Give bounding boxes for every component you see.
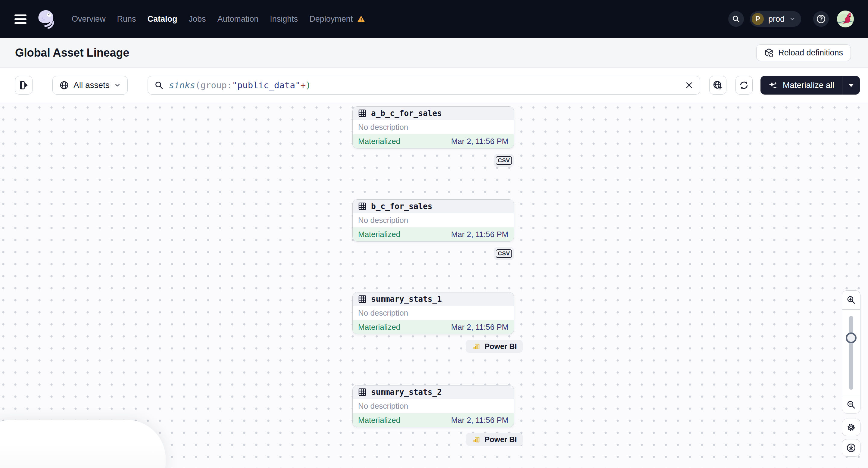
dagster-logo-icon[interactable] xyxy=(37,9,56,29)
asset-node[interactable]: summary_stats_2 No description Materiali… xyxy=(352,385,514,427)
cube-refresh-icon xyxy=(764,48,774,58)
materialize-all-button[interactable]: Materialize all xyxy=(761,76,842,95)
open-side-panel-button[interactable] xyxy=(15,76,33,95)
asset-status: Materialized xyxy=(358,137,400,146)
asset-node-header: b_c_for_sales xyxy=(353,200,514,213)
circle-download-icon xyxy=(846,443,856,453)
query-paren-open: ( xyxy=(195,80,200,90)
table-icon xyxy=(358,109,367,118)
asset-node-body: No description xyxy=(353,120,514,134)
deployment-name: prod xyxy=(768,14,784,24)
zoom-slider xyxy=(842,309,860,396)
question-mark-icon xyxy=(816,14,826,24)
search-icon xyxy=(732,15,740,23)
open-in-catalog-button[interactable] xyxy=(709,76,726,95)
table-icon xyxy=(358,295,367,303)
asset-description: No description xyxy=(358,216,408,225)
refresh-graph-button[interactable] xyxy=(736,76,753,95)
clear-query-button[interactable] xyxy=(685,81,693,89)
zoom-out-icon xyxy=(846,400,856,410)
download-image-button[interactable] xyxy=(842,439,861,457)
asset-node[interactable]: summary_stats_1 No description Materiali… xyxy=(352,292,514,334)
chevron-down-icon xyxy=(114,82,121,89)
asset-kind-badge: CSV xyxy=(494,247,514,260)
asset-name: b_c_for_sales xyxy=(371,202,433,211)
menu-icon[interactable] xyxy=(14,14,27,24)
help-button[interactable] xyxy=(813,11,829,27)
user-avatar[interactable] xyxy=(837,10,854,28)
zoom-in-button[interactable] xyxy=(842,291,860,309)
query-colon: : xyxy=(227,80,232,90)
query-function: sinks xyxy=(169,80,195,90)
asset-status: Materialized xyxy=(358,230,400,239)
asset-node-footer: Materialized Mar 2, 11:56 PM xyxy=(353,134,514,148)
asset-node[interactable]: a_b_c_for_sales No description Materiali… xyxy=(352,106,514,149)
warning-icon xyxy=(357,15,365,23)
asset-scope-label: All assets xyxy=(73,81,110,90)
lineage-graph-canvas[interactable]: a_b_c_for_sales No description Materiali… xyxy=(0,103,868,468)
asset-timestamp: Mar 2, 11:56 PM xyxy=(451,415,508,425)
asset-name: summary_stats_1 xyxy=(371,294,442,304)
zoom-slider-handle[interactable] xyxy=(846,333,857,343)
query-paren-close: ) xyxy=(306,80,311,90)
asset-kind-badge: Power BI xyxy=(466,340,523,353)
asset-node-group: b_c_for_sales No description Materialize… xyxy=(352,199,514,242)
asset-description: No description xyxy=(358,123,408,132)
asset-node-body: No description xyxy=(353,213,514,227)
asset-scope-dropdown[interactable]: All assets xyxy=(53,76,128,95)
nav-item-overview[interactable]: Overview xyxy=(72,14,106,24)
asset-description: No description xyxy=(358,401,408,411)
asset-node-header: summary_stats_1 xyxy=(353,292,514,306)
asset-node-group: summary_stats_1 No description Materiali… xyxy=(352,292,514,334)
nav-item-insights[interactable]: Insights xyxy=(270,14,298,24)
asset-node-footer: Materialized Mar 2, 11:56 PM xyxy=(353,227,514,241)
query-field: group xyxy=(200,80,227,90)
reload-definitions-label: Reload definitions xyxy=(778,48,843,58)
deployment-switcher[interactable]: P prod xyxy=(750,11,801,27)
page-title: Global Asset Lineage xyxy=(15,46,129,59)
table-icon xyxy=(358,388,367,396)
nav-item-automation[interactable]: Automation xyxy=(217,14,259,24)
asset-node-header: summary_stats_2 xyxy=(353,385,514,399)
zoom-in-icon xyxy=(846,295,856,305)
deployment-initial-badge: P xyxy=(752,13,764,25)
materialize-all-label: Materialize all xyxy=(783,81,834,90)
asset-name: a_b_c_for_sales xyxy=(371,109,442,118)
asset-node-footer: Materialized Mar 2, 11:56 PM xyxy=(353,413,514,427)
chevron-down-icon xyxy=(789,15,796,22)
asset-node-group: a_b_c_for_sales No description Materiali… xyxy=(352,106,514,149)
asset-selection-input[interactable]: sinks(group:"public_data"+) xyxy=(148,76,700,95)
reload-definitions-button[interactable]: Reload definitions xyxy=(756,44,851,61)
powerbi-icon xyxy=(472,342,481,351)
nav-item-runs[interactable]: Runs xyxy=(117,14,136,24)
page-header: Global Asset Lineage Reload definitions xyxy=(0,38,868,68)
asset-status: Materialized xyxy=(358,415,400,425)
zoom-slider-track[interactable] xyxy=(849,316,853,390)
asset-node-header: a_b_c_for_sales xyxy=(353,106,514,120)
globe-plus-icon xyxy=(713,80,723,90)
nav-item-catalog[interactable]: Catalog xyxy=(148,14,177,24)
asset-node-body: No description xyxy=(353,306,514,320)
materialize-options-button[interactable] xyxy=(842,76,860,95)
graph-settings-button[interactable] xyxy=(842,418,861,436)
asset-kind-badge: Power BI xyxy=(466,433,523,446)
asset-node-footer: Materialized Mar 2, 11:56 PM xyxy=(353,320,514,334)
asset-description: No description xyxy=(358,308,408,318)
asset-node[interactable]: b_c_for_sales No description Materialize… xyxy=(352,199,514,242)
powerbi-kind-label: Power BI xyxy=(485,435,517,444)
globe-icon xyxy=(59,81,69,90)
table-icon xyxy=(358,202,367,211)
nav-item-jobs[interactable]: Jobs xyxy=(189,14,206,24)
csv-kind-icon: CSV xyxy=(496,249,512,258)
sparkles-icon xyxy=(768,81,778,90)
top-navbar: Overview Runs Catalog Jobs Automation In… xyxy=(0,0,868,38)
nav-item-deployment[interactable]: Deployment xyxy=(309,14,365,24)
zoom-out-button[interactable] xyxy=(842,396,860,413)
triangle-down-icon xyxy=(848,84,854,87)
powerbi-icon xyxy=(472,435,481,444)
global-search-button[interactable] xyxy=(728,11,744,27)
refresh-icon xyxy=(739,80,749,90)
asset-timestamp: Mar 2, 11:56 PM xyxy=(451,137,508,146)
asset-timestamp: Mar 2, 11:56 PM xyxy=(451,230,508,239)
asset-kind-badge: CSV xyxy=(494,154,514,167)
